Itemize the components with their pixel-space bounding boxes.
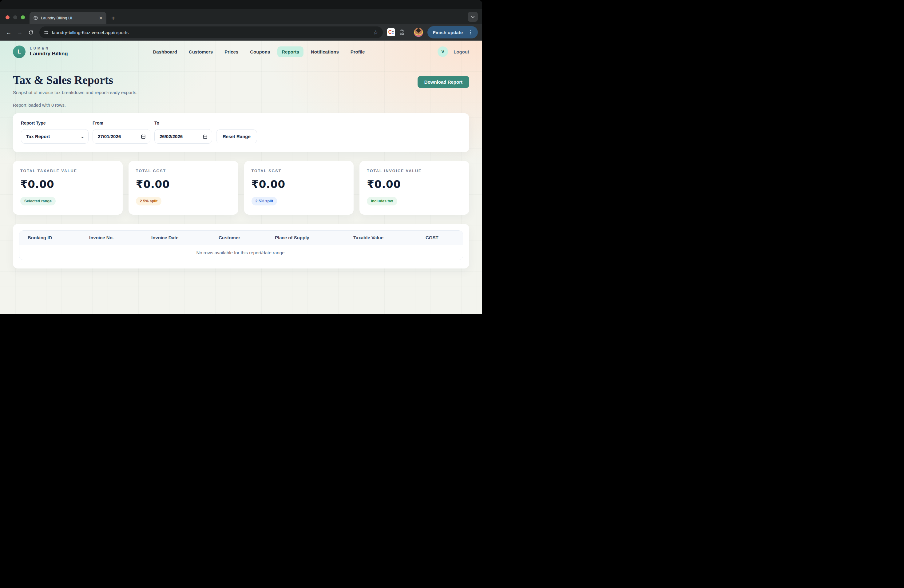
report-table: Booking ID Invoice No. Invoice Date Cust… <box>19 230 463 260</box>
download-report-button[interactable]: Download Report <box>417 76 469 88</box>
url-domain: laundry-billing-6ioz.vercel.app <box>52 30 113 35</box>
nav-item-reports[interactable]: Reports <box>277 46 303 57</box>
calendar-icon[interactable] <box>202 134 207 139</box>
column-header-invoice-date: Invoice Date <box>143 231 210 245</box>
toolbar-separator <box>410 29 410 36</box>
chevron-down-icon <box>471 15 475 19</box>
tab-title: Laundry Billing UI <box>41 16 96 20</box>
finish-update-label: Finish update <box>433 30 463 35</box>
report-status-text: Report loaded with 0 rows. <box>13 103 469 107</box>
brand: L LUMEN Laundry Billing <box>13 46 68 58</box>
table-header-row: Booking ID Invoice No. Invoice Date Cust… <box>19 231 463 245</box>
globe-icon <box>33 15 38 20</box>
tab-close-icon[interactable]: ✕ <box>99 16 103 20</box>
app-page: L LUMEN Laundry Billing Dashboard Custom… <box>0 41 482 314</box>
stat-cards: TOTAL TAXABLE VALUE ₹0.00 Selected range… <box>13 161 469 215</box>
browser-window: Laundry Billing UI ✕ + ← → laundry-billi… <box>0 0 482 314</box>
from-date-input[interactable]: 27/01/2026 <box>93 129 150 144</box>
reload-button[interactable] <box>27 28 35 36</box>
nav-item-coupons[interactable]: Coupons <box>246 46 274 57</box>
main-content: Tax & Sales Reports Snapshot of invoice … <box>0 74 482 269</box>
page-hero: Tax & Sales Reports Snapshot of invoice … <box>13 74 469 95</box>
nav-item-prices[interactable]: Prices <box>220 46 243 57</box>
stat-label: TOTAL CGST <box>136 169 231 173</box>
close-window-button[interactable] <box>6 15 9 19</box>
minimize-window-button[interactable] <box>13 15 17 19</box>
nav-item-customers[interactable]: Customers <box>185 46 217 57</box>
nav-item-notifications[interactable]: Notifications <box>307 46 343 57</box>
report-table-card: Booking ID Invoice No. Invoice Date Cust… <box>13 224 469 269</box>
brand-name-top: LUMEN <box>30 46 68 50</box>
stat-card-cgst: TOTAL CGST ₹0.00 2.5% split <box>128 161 238 215</box>
user-avatar[interactable]: V <box>438 46 448 57</box>
traffic-lights <box>6 15 25 19</box>
chevron-down-icon: ⌄ <box>80 134 85 139</box>
from-date-value: 27/01/2026 <box>98 134 121 139</box>
forward-button[interactable]: → <box>15 28 24 36</box>
stat-card-taxable-value: TOTAL TAXABLE VALUE ₹0.00 Selected range <box>13 161 123 215</box>
from-label: From <box>93 120 150 125</box>
filters-card: Report Type Tax Report ⌄ From 27/01/2026 <box>13 113 469 152</box>
to-date-input[interactable]: 26/02/2026 <box>154 129 212 144</box>
brand-logo: L <box>13 46 25 58</box>
calendar-icon[interactable] <box>141 134 146 139</box>
stat-card-invoice-value: TOTAL INVOICE VALUE ₹0.00 Includes tax <box>359 161 469 215</box>
address-bar[interactable]: laundry-billing-6ioz.vercel.app/reports … <box>40 27 383 38</box>
report-type-label: Report Type <box>21 120 89 125</box>
status-badge: 2.5% split <box>251 197 277 205</box>
stat-value: ₹0.00 <box>251 178 346 190</box>
report-type-select[interactable]: Tax Report ⌄ <box>21 129 89 144</box>
column-header-taxable-value: Taxable Value <box>345 231 417 245</box>
site-settings-icon[interactable] <box>44 30 49 35</box>
back-button[interactable]: ← <box>4 28 13 36</box>
reset-range-button[interactable]: Reset Range <box>216 130 257 143</box>
app-header: L LUMEN Laundry Billing Dashboard Custom… <box>0 41 482 63</box>
column-header-booking-id: Booking ID <box>19 231 81 245</box>
report-type-value: Tax Report <box>26 134 50 139</box>
new-tab-button[interactable]: + <box>111 15 115 21</box>
status-badge: 2.5% split <box>136 197 162 205</box>
url-text: laundry-billing-6ioz.vercel.app/reports <box>52 30 370 35</box>
browser-tab[interactable]: Laundry Billing UI ✕ <box>30 12 106 24</box>
status-badge: Includes tax <box>367 197 397 205</box>
column-header-cgst: CGST <box>417 231 463 245</box>
extension-c-icon[interactable]: C <box>387 28 395 36</box>
puzzle-icon <box>399 29 405 35</box>
browser-titlebar: Laundry Billing UI ✕ + <box>0 0 482 24</box>
table-empty-message: No rows available for this report/date r… <box>19 245 463 260</box>
nav-item-dashboard[interactable]: Dashboard <box>149 46 181 57</box>
to-label: To <box>154 120 212 125</box>
column-header-customer: Customer <box>210 231 267 245</box>
browser-profile-avatar[interactable] <box>414 28 423 37</box>
logout-button[interactable]: Logout <box>454 49 469 54</box>
brand-name-bottom: Laundry Billing <box>30 51 68 57</box>
finish-update-button[interactable]: Finish update ⋮ <box>427 26 478 38</box>
bookmark-star-icon[interactable]: ☆ <box>373 29 378 36</box>
extensions-button[interactable] <box>398 28 406 36</box>
stat-value: ₹0.00 <box>136 178 231 190</box>
page-title: Tax & Sales Reports <box>13 74 137 87</box>
user-area: V Logout <box>438 46 469 57</box>
nav-item-profile[interactable]: Profile <box>346 46 369 57</box>
stat-label: TOTAL SGST <box>251 169 346 173</box>
stat-label: TOTAL TAXABLE VALUE <box>20 169 115 173</box>
browser-toolbar: ← → laundry-billing-6ioz.vercel.app/repo… <box>0 24 482 41</box>
url-path: /reports <box>113 30 128 35</box>
status-badge: Selected range <box>20 197 56 205</box>
column-header-invoice-no: Invoice No. <box>81 231 143 245</box>
zoom-window-button[interactable] <box>21 15 25 19</box>
tab-list-button[interactable] <box>468 12 478 22</box>
page-subtitle: Snapshot of invoice tax breakdown and re… <box>13 90 137 95</box>
stat-card-sgst: TOTAL SGST ₹0.00 2.5% split <box>244 161 354 215</box>
browser-menu-icon[interactable]: ⋮ <box>466 30 476 35</box>
stat-value: ₹0.00 <box>367 178 462 190</box>
main-nav: Dashboard Customers Prices Coupons Repor… <box>136 46 369 57</box>
column-header-place-of-supply: Place of Supply <box>267 231 345 245</box>
stat-value: ₹0.00 <box>20 178 115 190</box>
to-date-value: 26/02/2026 <box>160 134 183 139</box>
stat-label: TOTAL INVOICE VALUE <box>367 169 462 173</box>
reload-icon <box>28 30 33 35</box>
